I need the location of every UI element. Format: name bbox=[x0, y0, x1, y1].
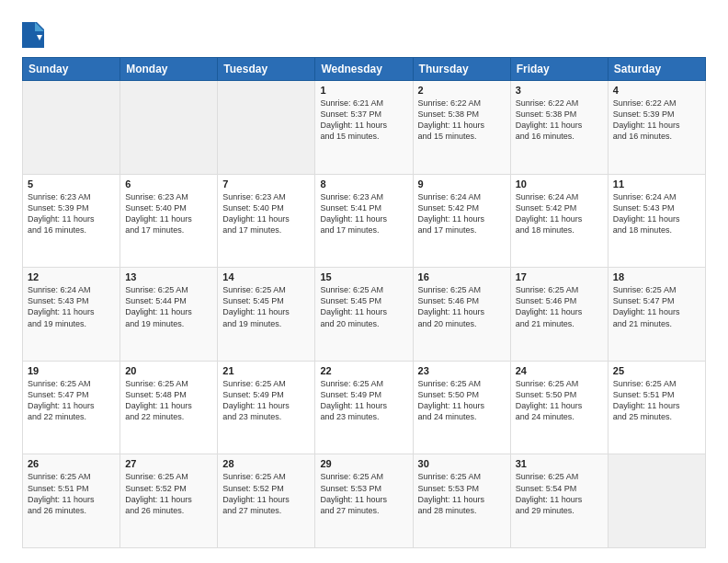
calendar-cell: 21Sunrise: 6:25 AM Sunset: 5:49 PM Dayli… bbox=[218, 361, 315, 454]
day-number: 3 bbox=[516, 85, 603, 96]
day-number: 8 bbox=[320, 178, 407, 190]
day-number: 9 bbox=[418, 178, 506, 190]
calendar-cell: 19Sunrise: 6:25 AM Sunset: 5:47 PM Dayli… bbox=[23, 361, 120, 454]
calendar-cell: 22Sunrise: 6:25 AM Sunset: 5:49 PM Dayli… bbox=[315, 361, 413, 454]
day-number: 30 bbox=[418, 458, 506, 469]
day-header-monday: Monday bbox=[120, 58, 218, 81]
calendar-cell: 14Sunrise: 6:25 AM Sunset: 5:45 PM Dayli… bbox=[218, 268, 315, 362]
day-info: Sunrise: 6:25 AM Sunset: 5:48 PM Dayligh… bbox=[125, 378, 212, 423]
day-info: Sunrise: 6:25 AM Sunset: 5:52 PM Dayligh… bbox=[125, 471, 212, 516]
calendar-cell bbox=[608, 454, 705, 548]
day-info: Sunrise: 6:25 AM Sunset: 5:50 PM Dayligh… bbox=[516, 378, 603, 423]
day-number: 27 bbox=[125, 458, 212, 469]
calendar-cell bbox=[120, 81, 218, 175]
day-info: Sunrise: 6:23 AM Sunset: 5:40 PM Dayligh… bbox=[222, 191, 310, 236]
day-info: Sunrise: 6:25 AM Sunset: 5:50 PM Dayligh… bbox=[418, 378, 506, 423]
header bbox=[22, 18, 706, 48]
calendar-cell: 15Sunrise: 6:25 AM Sunset: 5:45 PM Dayli… bbox=[315, 268, 413, 362]
calendar-cell: 8Sunrise: 6:23 AM Sunset: 5:41 PM Daylig… bbox=[315, 174, 413, 268]
calendar-cell: 1Sunrise: 6:21 AM Sunset: 5:37 PM Daylig… bbox=[315, 81, 413, 175]
day-number: 23 bbox=[418, 365, 506, 376]
calendar-cell: 26Sunrise: 6:25 AM Sunset: 5:51 PM Dayli… bbox=[23, 454, 120, 548]
calendar-cell: 11Sunrise: 6:24 AM Sunset: 5:43 PM Dayli… bbox=[608, 174, 705, 268]
day-header-wednesday: Wednesday bbox=[315, 58, 413, 81]
day-number: 6 bbox=[125, 178, 212, 190]
calendar-cell: 13Sunrise: 6:25 AM Sunset: 5:44 PM Dayli… bbox=[120, 268, 218, 362]
calendar-cell: 31Sunrise: 6:25 AM Sunset: 5:54 PM Dayli… bbox=[510, 454, 608, 548]
calendar-header-row: SundayMondayTuesdayWednesdayThursdayFrid… bbox=[23, 58, 706, 81]
calendar-cell: 18Sunrise: 6:25 AM Sunset: 5:47 PM Dayli… bbox=[608, 268, 705, 362]
day-info: Sunrise: 6:23 AM Sunset: 5:41 PM Dayligh… bbox=[320, 191, 407, 236]
calendar-cell: 24Sunrise: 6:25 AM Sunset: 5:50 PM Dayli… bbox=[510, 361, 608, 454]
day-number: 2 bbox=[418, 85, 506, 96]
calendar-week-4: 19Sunrise: 6:25 AM Sunset: 5:47 PM Dayli… bbox=[23, 361, 706, 454]
day-info: Sunrise: 6:25 AM Sunset: 5:44 PM Dayligh… bbox=[125, 284, 212, 329]
calendar-cell: 10Sunrise: 6:24 AM Sunset: 5:42 PM Dayli… bbox=[510, 174, 608, 268]
day-number: 20 bbox=[125, 365, 212, 376]
day-number: 25 bbox=[613, 365, 700, 376]
calendar-cell: 7Sunrise: 6:23 AM Sunset: 5:40 PM Daylig… bbox=[218, 174, 315, 268]
day-number: 18 bbox=[613, 271, 700, 282]
day-number: 7 bbox=[222, 178, 310, 190]
day-info: Sunrise: 6:25 AM Sunset: 5:49 PM Dayligh… bbox=[320, 378, 407, 423]
calendar-cell: 23Sunrise: 6:25 AM Sunset: 5:50 PM Dayli… bbox=[413, 361, 510, 454]
calendar-cell: 29Sunrise: 6:25 AM Sunset: 5:53 PM Dayli… bbox=[315, 454, 413, 548]
day-number: 29 bbox=[320, 458, 407, 469]
day-info: Sunrise: 6:25 AM Sunset: 5:47 PM Dayligh… bbox=[28, 378, 115, 423]
day-number: 24 bbox=[516, 365, 603, 376]
calendar-cell: 4Sunrise: 6:22 AM Sunset: 5:39 PM Daylig… bbox=[608, 81, 705, 175]
day-info: Sunrise: 6:24 AM Sunset: 5:43 PM Dayligh… bbox=[28, 284, 115, 329]
day-number: 21 bbox=[222, 365, 310, 376]
day-header-friday: Friday bbox=[510, 58, 608, 81]
calendar-cell bbox=[218, 81, 315, 175]
day-info: Sunrise: 6:25 AM Sunset: 5:47 PM Dayligh… bbox=[613, 284, 700, 329]
day-info: Sunrise: 6:25 AM Sunset: 5:53 PM Dayligh… bbox=[418, 471, 506, 516]
day-info: Sunrise: 6:25 AM Sunset: 5:54 PM Dayligh… bbox=[516, 471, 603, 516]
calendar-cell: 20Sunrise: 6:25 AM Sunset: 5:48 PM Dayli… bbox=[120, 361, 218, 454]
day-info: Sunrise: 6:22 AM Sunset: 5:39 PM Dayligh… bbox=[613, 98, 700, 143]
calendar-cell bbox=[23, 81, 120, 175]
day-info: Sunrise: 6:25 AM Sunset: 5:52 PM Dayligh… bbox=[222, 471, 310, 516]
calendar-cell: 17Sunrise: 6:25 AM Sunset: 5:46 PM Dayli… bbox=[510, 268, 608, 362]
day-number: 15 bbox=[320, 271, 407, 282]
svg-marker-1 bbox=[35, 22, 44, 31]
page: SundayMondayTuesdayWednesdayThursdayFrid… bbox=[0, 0, 728, 563]
calendar-cell: 16Sunrise: 6:25 AM Sunset: 5:46 PM Dayli… bbox=[413, 268, 510, 362]
calendar-cell: 25Sunrise: 6:25 AM Sunset: 5:51 PM Dayli… bbox=[608, 361, 705, 454]
day-header-saturday: Saturday bbox=[608, 58, 705, 81]
day-info: Sunrise: 6:21 AM Sunset: 5:37 PM Dayligh… bbox=[320, 98, 407, 143]
day-info: Sunrise: 6:25 AM Sunset: 5:49 PM Dayligh… bbox=[222, 378, 310, 423]
day-info: Sunrise: 6:22 AM Sunset: 5:38 PM Dayligh… bbox=[418, 98, 506, 143]
day-number: 17 bbox=[516, 271, 603, 282]
logo-icon bbox=[22, 22, 44, 48]
calendar-cell: 5Sunrise: 6:23 AM Sunset: 5:39 PM Daylig… bbox=[23, 174, 120, 268]
day-number: 22 bbox=[320, 365, 407, 376]
calendar-cell: 9Sunrise: 6:24 AM Sunset: 5:42 PM Daylig… bbox=[413, 174, 510, 268]
day-number: 4 bbox=[613, 85, 700, 96]
calendar-cell: 6Sunrise: 6:23 AM Sunset: 5:40 PM Daylig… bbox=[120, 174, 218, 268]
day-number: 13 bbox=[125, 271, 212, 282]
calendar-table: SundayMondayTuesdayWednesdayThursdayFrid… bbox=[22, 57, 706, 548]
day-info: Sunrise: 6:25 AM Sunset: 5:45 PM Dayligh… bbox=[320, 284, 407, 329]
calendar-cell: 27Sunrise: 6:25 AM Sunset: 5:52 PM Dayli… bbox=[120, 454, 218, 548]
day-number: 10 bbox=[516, 178, 603, 190]
calendar-cell: 28Sunrise: 6:25 AM Sunset: 5:52 PM Dayli… bbox=[218, 454, 315, 548]
day-info: Sunrise: 6:25 AM Sunset: 5:53 PM Dayligh… bbox=[320, 471, 407, 516]
calendar-cell: 12Sunrise: 6:24 AM Sunset: 5:43 PM Dayli… bbox=[23, 268, 120, 362]
calendar-week-2: 5Sunrise: 6:23 AM Sunset: 5:39 PM Daylig… bbox=[23, 174, 706, 268]
day-number: 5 bbox=[28, 178, 115, 190]
day-info: Sunrise: 6:25 AM Sunset: 5:51 PM Dayligh… bbox=[28, 471, 115, 516]
day-number: 11 bbox=[613, 178, 700, 190]
day-info: Sunrise: 6:24 AM Sunset: 5:43 PM Dayligh… bbox=[613, 191, 700, 236]
calendar-week-3: 12Sunrise: 6:24 AM Sunset: 5:43 PM Dayli… bbox=[23, 268, 706, 362]
day-info: Sunrise: 6:24 AM Sunset: 5:42 PM Dayligh… bbox=[516, 191, 603, 236]
day-number: 28 bbox=[222, 458, 310, 469]
logo bbox=[22, 22, 46, 48]
calendar-cell: 30Sunrise: 6:25 AM Sunset: 5:53 PM Dayli… bbox=[413, 454, 510, 548]
day-info: Sunrise: 6:25 AM Sunset: 5:46 PM Dayligh… bbox=[418, 284, 506, 329]
calendar-week-5: 26Sunrise: 6:25 AM Sunset: 5:51 PM Dayli… bbox=[23, 454, 706, 548]
day-number: 19 bbox=[28, 365, 115, 376]
calendar-cell: 3Sunrise: 6:22 AM Sunset: 5:38 PM Daylig… bbox=[510, 81, 608, 175]
day-info: Sunrise: 6:23 AM Sunset: 5:40 PM Dayligh… bbox=[125, 191, 212, 236]
day-number: 31 bbox=[516, 458, 603, 469]
